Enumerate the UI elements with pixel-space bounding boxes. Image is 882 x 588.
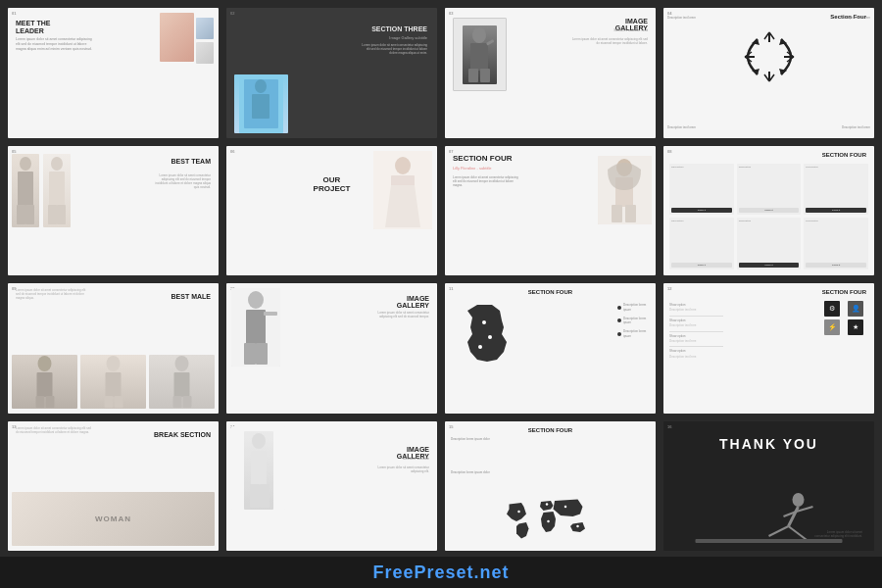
slide-8: 08 SECTION FOUR Description Place it Des… xyxy=(663,146,874,276)
watermark-text: FreePreset.net xyxy=(372,563,509,583)
slide-4-desc-bl: Description text lorem xyxy=(667,125,702,129)
cell-2-btn: Place it xyxy=(739,208,800,213)
svg-rect-3 xyxy=(252,94,270,119)
slide-12-icon-2: 👤 xyxy=(848,301,863,317)
slide-9-fig-2 xyxy=(80,355,146,409)
svg-point-4 xyxy=(472,27,486,43)
cell-3-label: Description xyxy=(806,166,866,169)
slide-7-subtitle: Lilly Floralino - subtitle xyxy=(453,166,492,171)
svg-point-57 xyxy=(545,503,548,506)
svg-point-60 xyxy=(576,525,579,528)
svg-rect-54 xyxy=(250,484,260,508)
cell-6-btn: Place it xyxy=(806,263,866,268)
svg-point-58 xyxy=(564,506,566,509)
svg-line-62 xyxy=(789,507,799,526)
slide-5-body: Lorem ipsum dolor sit amet consectetur a… xyxy=(152,173,211,190)
svg-line-66 xyxy=(789,526,808,541)
svg-rect-8 xyxy=(486,39,494,46)
slide-11-desc-2: Description lorem ipsum xyxy=(623,317,652,326)
slide-13-img-text: WOMAN xyxy=(95,514,131,523)
svg-rect-48 xyxy=(264,312,277,316)
slide-7: 07 SECTION FOUR Lilly Floralino - subtit… xyxy=(445,146,656,276)
svg-point-22 xyxy=(395,157,411,174)
svg-rect-37 xyxy=(105,396,114,408)
svg-rect-42 xyxy=(183,396,192,408)
slide-4-arrows xyxy=(740,27,799,86)
slide-6: 06 OURPROJECT xyxy=(226,146,437,276)
slide-9-fig-1 xyxy=(12,355,77,409)
slide-10: 10 IMAGEGALLERY Lorem ipsum dolor sit am… xyxy=(226,283,437,414)
slide-12-icon-1: ⚙ xyxy=(824,301,840,317)
svg-rect-40 xyxy=(174,372,190,397)
slide-12-item-1: Show optionDescription text here xyxy=(669,301,723,317)
slide-8-title: SECTION FOUR xyxy=(822,152,866,158)
slide-4: 04 Section Four xyxy=(663,8,874,138)
cell-3-btn: Place it xyxy=(806,208,866,213)
slide-11-dot-icon-3 xyxy=(617,332,621,336)
watermark-net: .net xyxy=(474,563,510,582)
cell-5-btn: Place it xyxy=(739,263,800,268)
svg-rect-6 xyxy=(468,69,478,82)
slide-11-map xyxy=(453,303,521,362)
slide-15: 15 SECTION FOUR Description lorem ipsum … xyxy=(445,421,656,552)
svg-rect-45 xyxy=(246,310,266,344)
slide-16-img: Lorem ipsum dolor sit amet consectetur a… xyxy=(667,492,870,546)
slide-8-grid: Description Place it Description Place i… xyxy=(669,164,868,270)
slide-8-cell-2: Description Place it xyxy=(737,164,802,216)
slide-9-imgs xyxy=(12,355,215,409)
cell-6-label: Description xyxy=(806,220,866,222)
slide-8-cell-3: Description Place it xyxy=(804,164,868,216)
svg-rect-36 xyxy=(106,372,122,397)
slide-15-map xyxy=(502,497,600,546)
watermark-free: Free xyxy=(372,563,414,582)
cell-2-label: Description xyxy=(739,166,800,169)
cell-1-btn: Place it xyxy=(671,208,732,213)
slide-12: 12 SECTION FOUR Show optionDescription t… xyxy=(663,283,874,414)
svg-rect-38 xyxy=(115,396,123,408)
svg-point-49 xyxy=(482,320,486,324)
slide-11-dot-icon-1 xyxy=(617,306,621,310)
slide-2: 02 SECTION THREE Image Gallery subtitle … xyxy=(226,8,437,138)
slide-9-img-2 xyxy=(80,355,146,409)
slide-11-title: SECTION FOUR xyxy=(528,289,572,295)
slide-5-figure-right-svg xyxy=(43,154,71,227)
slide-5-title: BEST TEAM xyxy=(172,158,211,165)
slide-7-img xyxy=(598,156,652,224)
svg-point-51 xyxy=(478,345,482,349)
slide-9-title: BEST MALE xyxy=(172,293,211,300)
slide-16: 16 THANK YOU Lorem ipsum dolor sit amet … xyxy=(663,421,874,552)
slide-15-title: SECTION FOUR xyxy=(528,427,572,433)
slide-1-body: Lorem ipsum dolor sit amet consectetur a… xyxy=(16,37,94,52)
slide-num-3: 03 xyxy=(449,11,453,16)
slide-14-subtitle: Section subtitle xyxy=(403,456,429,461)
slide-3-img xyxy=(453,18,507,91)
slide-11-dot-1: Description lorem ipsum xyxy=(617,303,652,313)
svg-rect-14 xyxy=(18,172,33,206)
slide-num-15: 15 xyxy=(449,424,453,429)
slide-3-subtitle: Section subtitle text xyxy=(613,27,648,32)
svg-rect-16 xyxy=(25,205,34,224)
svg-rect-19 xyxy=(48,205,57,224)
svg-rect-47 xyxy=(256,343,268,365)
slide-6-figure-svg xyxy=(373,151,432,229)
slide-4-desc-tr: Description text lorem xyxy=(836,16,870,20)
slide-12-icon-4: ★ xyxy=(848,319,863,335)
watermark-preset: Preset xyxy=(414,563,473,582)
svg-rect-53 xyxy=(251,451,267,485)
slide-2-figure-svg xyxy=(234,74,288,133)
slide-14-body: Lorem ipsum dolor sit amet consectetur a… xyxy=(370,466,429,473)
slide-3-figure-svg xyxy=(463,25,497,84)
slide-12-item-4: Show optionDescription text here xyxy=(669,347,723,362)
slide-12-item-3: Show optionDescription text here xyxy=(669,332,723,348)
slide-16-title: THANK YOU xyxy=(671,436,866,452)
slide-14: 14 IMAGEGALLERY Section subtitle Lorem i… xyxy=(226,421,437,552)
slide-5-img-left xyxy=(12,154,39,227)
slide-1-title: MEET THELEADER xyxy=(16,20,50,36)
slide-10-title: IMAGEGALLERY xyxy=(397,295,429,309)
slide-14-figure xyxy=(244,431,273,510)
slide-3-figure xyxy=(463,25,497,84)
slide-num-1: 01 xyxy=(12,11,16,16)
slide-2-title: SECTION THREE xyxy=(371,25,427,32)
slide-12-icon-3: ⚡ xyxy=(824,319,840,335)
slide-num-16: 16 xyxy=(667,424,671,429)
